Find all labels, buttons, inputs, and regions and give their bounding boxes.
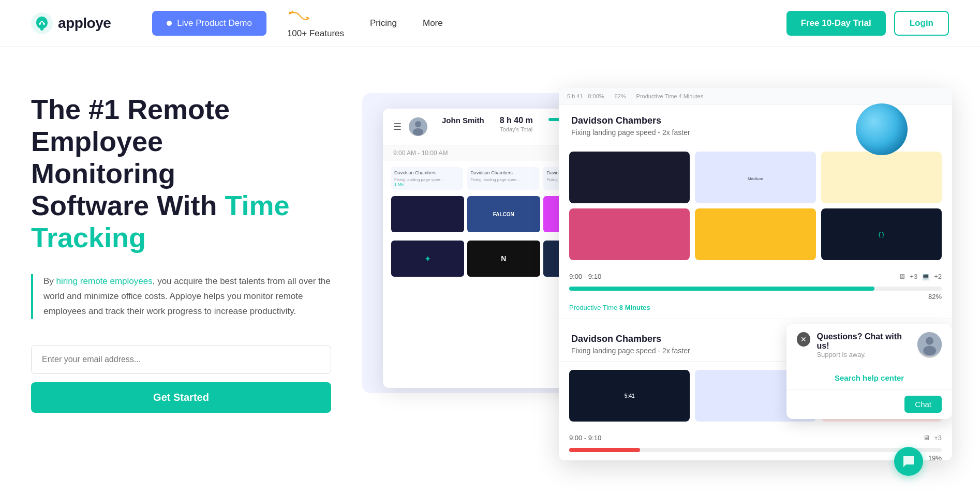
svg-point-12	[923, 346, 936, 355]
progress-fill-1	[569, 287, 874, 291]
time-icons-2: 🖥 +3	[923, 434, 942, 442]
screenshot-card-2: Davidson Chambers Fixing landing page sp…	[467, 167, 539, 190]
features-wrapper: 100+ Features	[287, 8, 344, 39]
progress-section-2: 19%	[559, 448, 952, 460]
svg-text:Medium: Medium	[748, 176, 763, 181]
progress-bar-2	[569, 448, 942, 452]
menu-icon: ☰	[393, 121, 402, 132]
stat-total: 8 h 40 m Today's Total	[500, 116, 533, 138]
logo-text: apploye	[58, 15, 111, 32]
progress-section-1: 82%	[559, 287, 952, 301]
logo-icon	[31, 12, 53, 34]
chat-agent-avatar	[917, 332, 942, 358]
stat-total-value: 8 h 40 m	[500, 116, 533, 125]
thumb-2: FALCON	[467, 196, 540, 232]
nav-links: Pricing More	[370, 18, 443, 28]
trial-button[interactable]: Free 10-Day Trial	[786, 11, 886, 36]
hero-left: The #1 RemoteEmployeeMonitoringSoftware …	[31, 78, 331, 413]
features-label: 100+ Features	[287, 28, 344, 39]
avatar-svg	[409, 117, 427, 136]
login-button[interactable]: Login	[894, 11, 949, 36]
hero-description: By hiring remote employees, you acquire …	[43, 274, 331, 319]
secondary-stats-row: 5 h 41 - 8:00% 62% Productive Time 4 Min…	[559, 88, 952, 105]
live-demo-label: Live Product Demo	[177, 18, 252, 28]
chat-bubble-icon	[902, 455, 915, 468]
productive-time-label-1: Productive Time	[569, 304, 619, 311]
navbar: apploye Live Product Demo 100+ Features …	[0, 0, 980, 47]
svg-point-7	[413, 128, 423, 136]
productive-time-1: Productive Time 8 Minutes	[559, 301, 952, 314]
thumb-6: ✦	[391, 241, 464, 277]
desktop-icon: 💻	[922, 273, 930, 280]
time-row-1: 9:00 - 9:10 🖥 +3 💻 +2	[559, 268, 952, 284]
chat-search-section: Search help center	[786, 367, 952, 389]
progress-bar-1	[569, 287, 942, 291]
dash2-sc-5	[695, 208, 815, 260]
monitor-count-1: +3	[910, 273, 917, 280]
progress-pct-2: 19%	[569, 454, 942, 460]
dash2-sc2-1: 5:41	[569, 370, 690, 422]
hero-section: The #1 RemoteEmployeeMonitoringSoftware …	[0, 47, 980, 495]
dash2-screenshots: Medium { }	[559, 143, 952, 268]
thumb-1	[391, 196, 464, 232]
hero-quote: By hiring remote employees, you acquire …	[31, 274, 331, 319]
logo-link[interactable]: apploye	[31, 12, 111, 34]
chat-close-btn[interactable]: ✕	[797, 332, 810, 347]
monitor-icon-2: 🖥	[923, 434, 930, 442]
dash2-sc-1	[569, 152, 690, 203]
svg-point-1	[39, 23, 41, 25]
dash2-sc-4	[569, 208, 690, 260]
time-row-2: 9:00 - 9:10 🖥 +3	[559, 430, 952, 446]
blue-sphere-decoration	[856, 103, 908, 155]
svg-point-6	[415, 121, 421, 127]
pricing-link[interactable]: Pricing	[370, 18, 397, 28]
chat-header: ✕ Questions? Chat with us! Support is aw…	[786, 324, 952, 367]
hero-right: ☰ John Smith 8 h 40 m Today's Total	[362, 78, 949, 491]
dash2-sc-2: Medium	[695, 152, 815, 203]
chat-footer: Chat	[786, 389, 952, 419]
time-range-1: 9:00 - 9:10	[569, 273, 601, 280]
svg-point-3	[289, 11, 291, 14]
monitor-icon: 🖥	[899, 273, 905, 280]
more-link[interactable]: More	[423, 18, 443, 28]
live-dot	[167, 21, 172, 26]
user-avatar	[409, 117, 427, 136]
hiring-accent: hiring remote employees	[56, 276, 153, 286]
dash2-sc-3	[821, 152, 942, 203]
time-range-2: 9:00 - 9:10	[569, 434, 601, 442]
stat-total-label: Today's Total	[500, 126, 533, 132]
get-started-button[interactable]: Get Started	[31, 382, 331, 413]
svg-point-11	[926, 337, 933, 344]
progress-pct-1: 82%	[569, 293, 942, 301]
desktop-count-1: +2	[934, 273, 942, 280]
svg-point-4	[291, 10, 293, 12]
monitor-count-2: +3	[934, 434, 942, 442]
chat-title: Questions? Chat with us!	[816, 332, 911, 351]
chat-search-link[interactable]: Search help center	[835, 373, 904, 382]
live-demo-button[interactable]: Live Product Demo	[152, 11, 266, 36]
arrow-icon	[287, 8, 313, 28]
chat-status: Support is away.	[816, 351, 911, 358]
stat-user-name: John Smith	[442, 116, 484, 138]
hero-title-highlight: TimeTracking	[31, 190, 290, 253]
time-icons-1: 🖥 +3 💻 +2	[899, 273, 942, 280]
chat-float-button[interactable]	[894, 447, 923, 476]
email-input[interactable]	[31, 345, 331, 374]
hero-title-line1: The #1 RemoteEmployeeMonitoringSoftware …	[31, 94, 290, 253]
divider	[559, 319, 952, 319]
chat-button[interactable]: Chat	[904, 396, 942, 413]
svg-point-2	[43, 23, 45, 25]
hero-title: The #1 RemoteEmployeeMonitoringSoftware …	[31, 93, 331, 253]
chat-text: Questions? Chat with us! Support is away…	[816, 332, 911, 358]
thumb-7: N	[467, 241, 540, 277]
productive-time-value-1: 8 Minutes	[619, 304, 650, 311]
screenshot-card-1: Davidson Chambers Fixing landing page sp…	[391, 167, 463, 190]
progress-fill-2	[569, 448, 640, 452]
chat-widget: ✕ Questions? Chat with us! Support is aw…	[786, 324, 952, 419]
dash2-sc-6: { }	[821, 208, 942, 260]
